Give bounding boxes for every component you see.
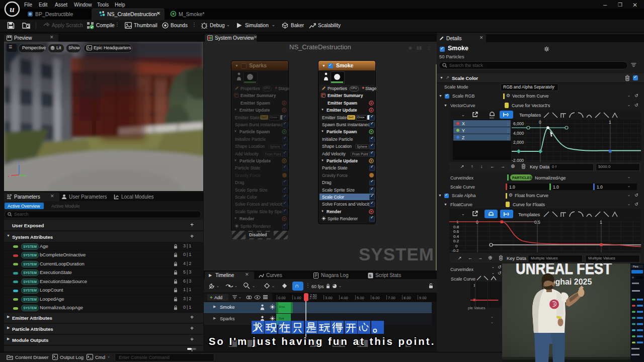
- svg-text:⋮: ⋮: [506, 122, 510, 126]
- svg-text:0: 0: [455, 244, 458, 248]
- svg-text:S: S: [369, 274, 372, 278]
- svg-text:4,000: 4,000: [513, 131, 524, 136]
- svg-text:0.8: 0.8: [453, 225, 459, 229]
- svg-text:auto: auto: [490, 117, 494, 119]
- svg-text:0.5: 0.5: [534, 220, 540, 225]
- svg-text:0: 0: [539, 120, 541, 125]
- svg-text:Y: Y: [462, 128, 465, 133]
- svg-text:0.2: 0.2: [453, 239, 459, 243]
- svg-text:⋮: ⋮: [506, 136, 510, 140]
- svg-text:X: X: [462, 121, 465, 126]
- svg-text:nghai 2025: nghai 2025: [550, 278, 592, 286]
- svg-text:-2,000: -2,000: [512, 158, 524, 162]
- svg-text:-0.2: -0.2: [452, 248, 459, 252]
- svg-text:z: z: [18, 160, 20, 165]
- svg-text:1: 1: [600, 220, 602, 225]
- svg-text:⋮: ⋮: [506, 129, 510, 133]
- svg-text:UNREAL FEST: UNREAL FEST: [516, 263, 612, 278]
- svg-text:0.4: 0.4: [453, 234, 459, 239]
- svg-text:Z: Z: [462, 135, 465, 140]
- svg-text:6,000: 6,000: [513, 121, 524, 126]
- svg-text:u: u: [10, 5, 14, 14]
- svg-text:x: x: [8, 174, 10, 178]
- svg-text:0: 0: [476, 220, 478, 225]
- svg-text:1: 1: [609, 120, 611, 125]
- svg-text:2,000: 2,000: [513, 140, 524, 145]
- svg-text:0.6: 0.6: [453, 229, 459, 234]
- svg-text:Para: Para: [633, 265, 638, 268]
